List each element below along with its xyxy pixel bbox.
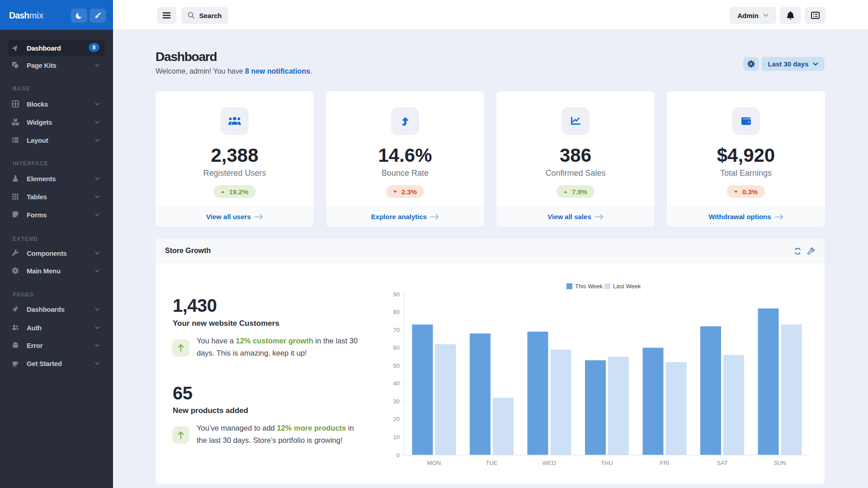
svg-text:This Week: This Week	[575, 283, 603, 290]
svg-text:SAT: SAT	[717, 460, 727, 466]
svg-text:FRI: FRI	[660, 460, 670, 466]
svg-text:40: 40	[393, 380, 400, 387]
svg-text:20: 20	[393, 416, 400, 422]
svg-text:30: 30	[393, 398, 400, 405]
svg-text:MON: MON	[427, 460, 441, 466]
svg-text:60: 60	[393, 344, 400, 351]
svg-text:THU: THU	[601, 460, 613, 466]
svg-text:0: 0	[396, 452, 400, 459]
svg-text:Last Week: Last Week	[613, 283, 641, 290]
svg-text:SUN: SUN	[774, 460, 786, 466]
svg-text:WED: WED	[542, 460, 556, 466]
svg-text:10: 10	[393, 434, 400, 441]
svg-text:90: 90	[393, 291, 400, 298]
svg-text:TUE: TUE	[486, 460, 498, 466]
svg-text:70: 70	[393, 327, 400, 333]
svg-text:50: 50	[393, 362, 400, 369]
svg-text:80: 80	[393, 309, 400, 315]
